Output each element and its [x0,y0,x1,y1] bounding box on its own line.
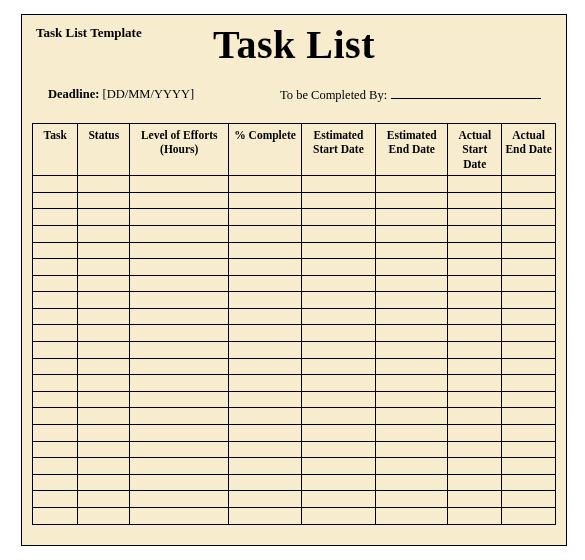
table-row [33,458,556,475]
table-cell [33,474,78,491]
table-cell [229,259,301,276]
table-cell [448,474,502,491]
table-cell [448,259,502,276]
table-row [33,358,556,375]
table-cell [301,474,375,491]
table-cell [448,308,502,325]
table-cell [130,458,229,475]
table-cell [502,242,556,259]
table-row [33,474,556,491]
table-cell [33,225,78,242]
table-cell [502,259,556,276]
col-est-start: Estimated Start Date [301,124,375,176]
table-row [33,441,556,458]
table-cell [376,425,448,442]
table-cell [130,292,229,309]
table-cell [301,209,375,226]
table-cell [502,292,556,309]
table-cell [376,275,448,292]
table-cell [130,441,229,458]
table-cell [301,325,375,342]
table-row [33,275,556,292]
table-row [33,408,556,425]
table-cell [502,458,556,475]
table-row [33,225,556,242]
table-cell [78,391,130,408]
table-cell [502,342,556,359]
table-cell [130,192,229,209]
meta-row: Deadline: [DD/MM/YYYY] To be Completed B… [22,87,566,117]
table-cell [448,391,502,408]
table-cell [130,375,229,392]
table-header-row: Task Status Level of Efforts (Hours) % C… [33,124,556,176]
table-cell [130,275,229,292]
table-row [33,491,556,508]
table-cell [502,358,556,375]
table-cell [78,259,130,276]
table-cell [229,358,301,375]
task-list-sheet: Task List Template Task List Deadline: [… [21,14,567,546]
table-cell [301,308,375,325]
table-body [33,176,556,524]
table-cell [502,441,556,458]
table-row [33,209,556,226]
table-cell [376,292,448,309]
table-cell [376,375,448,392]
table-cell [301,292,375,309]
col-actual-start: Actual Start Date [448,124,502,176]
table-cell [301,259,375,276]
table-cell [376,408,448,425]
table-cell [376,308,448,325]
table-row [33,192,556,209]
table-cell [301,242,375,259]
table-cell [130,342,229,359]
table-cell [376,474,448,491]
table-cell [78,325,130,342]
table-cell [130,308,229,325]
table-row [33,176,556,193]
table-cell [33,209,78,226]
table-cell [229,391,301,408]
table-cell [130,358,229,375]
table-cell [229,342,301,359]
table-cell [229,242,301,259]
table-cell [130,408,229,425]
table-cell [33,242,78,259]
table-cell [130,325,229,342]
table-cell [78,358,130,375]
deadline-label: Deadline: [48,87,99,101]
table-cell [130,225,229,242]
table-cell [33,358,78,375]
table-cell [448,342,502,359]
table-cell [33,275,78,292]
table-cell [448,192,502,209]
table-cell [301,408,375,425]
table-cell [502,209,556,226]
table-cell [229,176,301,193]
table-cell [448,441,502,458]
completed-by-label: To be Completed By: [280,88,387,103]
table-cell [301,375,375,392]
table-cell [448,375,502,392]
table-cell [376,259,448,276]
table-cell [301,391,375,408]
table-cell [130,176,229,193]
col-actual-end: Actual End Date [502,124,556,176]
table-cell [130,425,229,442]
table-cell [301,176,375,193]
col-task: Task [33,124,78,176]
table-cell [376,491,448,508]
table-cell [33,491,78,508]
table-cell [33,425,78,442]
table-cell [376,192,448,209]
table-cell [229,209,301,226]
table-cell [502,176,556,193]
table-cell [301,275,375,292]
deadline-field: Deadline: [DD/MM/YYYY] [48,87,194,102]
table-cell [301,508,375,525]
table-cell [502,375,556,392]
table-cell [78,491,130,508]
table-cell [229,408,301,425]
table-cell [502,192,556,209]
table-cell [448,275,502,292]
